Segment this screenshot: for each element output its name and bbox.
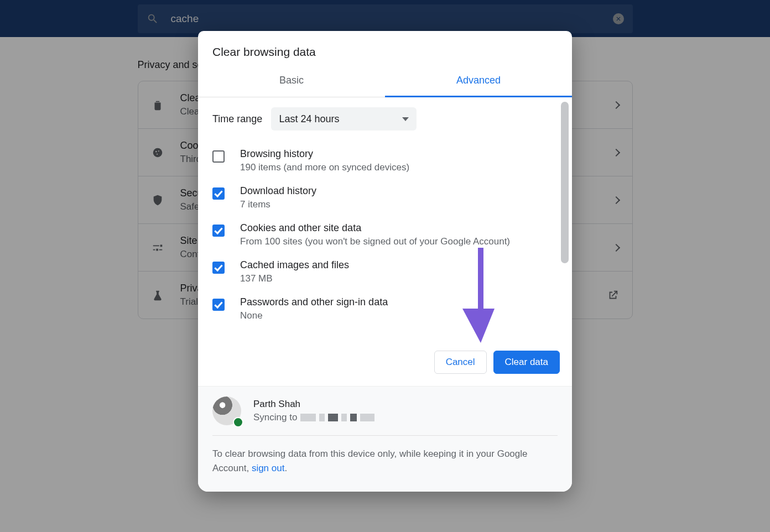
clear-data-button[interactable]: Clear data xyxy=(493,351,560,374)
dialog-tabs: Basic Advanced xyxy=(198,64,572,97)
syncing-label: Syncing to xyxy=(253,412,297,423)
user-row: Parth Shah Syncing to xyxy=(212,397,558,436)
option-title: Cookies and other site data xyxy=(240,222,510,234)
option-sub: None xyxy=(240,310,388,321)
user-name: Parth Shah xyxy=(253,399,374,410)
option-sub: 190 items (and more on synced devices) xyxy=(240,162,409,173)
option-autofill[interactable]: Autofill form data xyxy=(212,328,558,334)
footer-note-post: . xyxy=(284,463,287,473)
option-cookies[interactable]: Cookies and other site dataFrom 100 site… xyxy=(212,217,558,254)
option-passwords[interactable]: Passwords and other sign-in dataNone xyxy=(212,291,558,328)
footer-note: To clear browsing data from this device … xyxy=(212,447,558,476)
dialog-footer: Parth Shah Syncing to To clear browsing … xyxy=(198,386,572,492)
option-title: Passwords and other sign-in data xyxy=(240,296,388,308)
option-sub: From 100 sites (you won't be signed out … xyxy=(240,236,510,247)
option-sub: 7 items xyxy=(240,199,316,210)
scrollbar[interactable] xyxy=(561,102,569,263)
time-range-label: Time range xyxy=(212,113,262,125)
option-cached-files[interactable]: Cached images and files137 MB xyxy=(212,254,558,291)
time-range-value: Last 24 hours xyxy=(279,113,402,125)
checkbox[interactable] xyxy=(212,299,225,311)
dialog-title: Clear browsing data xyxy=(198,31,572,64)
clear-browsing-data-dialog: Clear browsing data Basic Advanced Time … xyxy=(198,31,572,492)
checkbox[interactable] xyxy=(212,262,225,274)
option-browsing-history[interactable]: Browsing history190 items (and more on s… xyxy=(212,143,558,180)
option-title: Download history xyxy=(240,185,316,197)
option-title: Autofill form data xyxy=(240,333,315,334)
cancel-button[interactable]: Cancel xyxy=(434,351,487,374)
dialog-actions: Cancel Clear data xyxy=(198,334,572,386)
checkbox[interactable] xyxy=(212,150,225,163)
avatar xyxy=(212,397,241,425)
sign-out-link[interactable]: sign out xyxy=(252,463,285,473)
checkbox[interactable] xyxy=(212,225,225,237)
tab-advanced[interactable]: Advanced xyxy=(385,64,572,97)
option-title: Cached images and files xyxy=(240,259,349,271)
option-download-history[interactable]: Download history7 items xyxy=(212,180,558,217)
chevron-down-icon xyxy=(402,117,409,121)
sync-line: Syncing to xyxy=(253,412,374,423)
sync-badge-icon xyxy=(233,417,243,427)
time-range-select[interactable]: Last 24 hours xyxy=(271,107,417,131)
option-title: Browsing history xyxy=(240,148,409,160)
option-sub: 137 MB xyxy=(240,273,349,284)
tab-basic[interactable]: Basic xyxy=(198,64,385,97)
dialog-body: Time range Last 24 hours Browsing histor… xyxy=(198,97,572,334)
checkbox[interactable] xyxy=(212,187,225,200)
